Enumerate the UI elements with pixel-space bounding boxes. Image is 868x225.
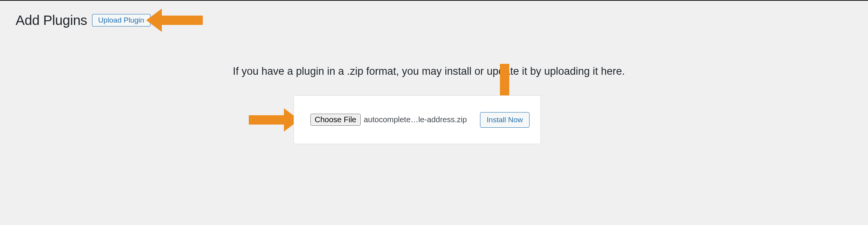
file-input-wrapper: Choose File autocomplete…le-address.zip (310, 114, 467, 126)
annotation-arrow-choose (249, 108, 299, 132)
upload-plugin-button[interactable]: Upload Plugin (92, 14, 151, 26)
page-title: Add Plugins (16, 12, 87, 28)
selected-filename: autocomplete…le-address.zip (364, 115, 467, 124)
install-now-button[interactable]: Install Now (480, 112, 530, 128)
annotation-arrow-upload (146, 7, 203, 34)
page-header: Add Plugins Upload Plugin (0, 1, 868, 28)
choose-file-button[interactable]: Choose File (310, 114, 361, 126)
upload-panel: Choose File autocomplete…le-address.zip … (294, 95, 541, 144)
upload-instruction-text: If you have a plugin in a .zip format, y… (233, 65, 625, 77)
